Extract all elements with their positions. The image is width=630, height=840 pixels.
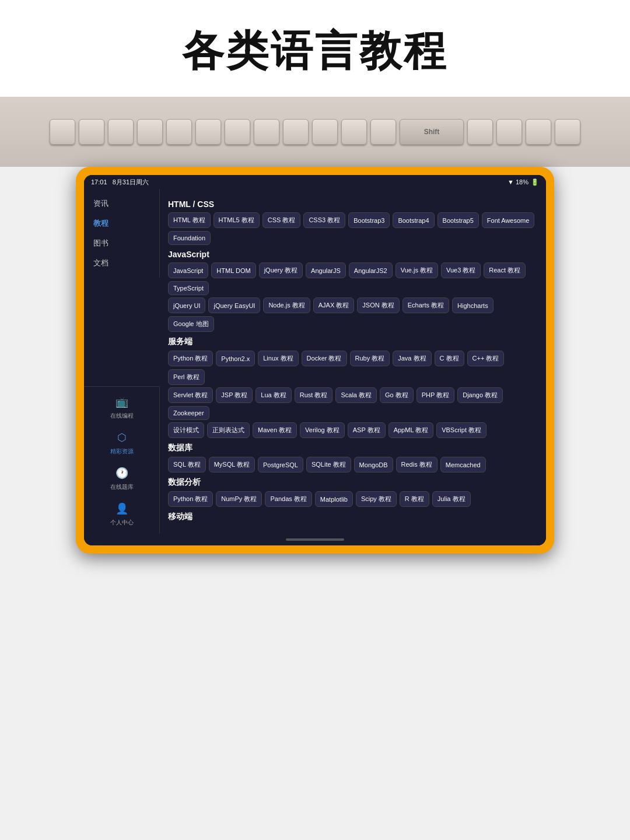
sidebar-top: 资讯 教程 图书 文档: [84, 189, 160, 278]
btn-julia[interactable]: Julia 教程: [432, 491, 471, 507]
btn-angularjs2[interactable]: AngularJS2: [349, 262, 393, 278]
key: [312, 119, 338, 145]
btn-numpy[interactable]: NumPy 教程: [216, 491, 262, 507]
btn-javascript[interactable]: JavaScript: [168, 262, 208, 278]
section-db-buttons: SQL 教程 MySQL 教程 PostgreSQL SQLite 教程 Mon…: [168, 457, 538, 473]
btn-css3[interactable]: CSS3 教程: [303, 212, 345, 228]
section-mobile-title: 移动端: [168, 512, 538, 522]
btn-perl[interactable]: Perl 教程: [168, 369, 205, 385]
sidebar-item-docs[interactable]: 文档: [84, 253, 159, 273]
btn-postgresql[interactable]: PostgreSQL: [258, 457, 303, 473]
key: [555, 119, 580, 145]
btn-jsp[interactable]: JSP 教程: [216, 387, 253, 403]
btn-bootstrap5[interactable]: Bootstrap5: [438, 212, 479, 228]
section-server-title: 服务端: [168, 337, 538, 347]
resources-label: 精彩资源: [110, 447, 134, 456]
sidebar-item-books[interactable]: 图书: [84, 233, 159, 253]
btn-python2[interactable]: Python2.x: [216, 351, 255, 366]
btn-css[interactable]: CSS 教程: [262, 212, 301, 228]
btn-pandas[interactable]: Pandas 教程: [265, 491, 312, 507]
btn-rust[interactable]: Rust 教程: [295, 387, 333, 403]
btn-php[interactable]: PHP 教程: [416, 387, 454, 403]
battery-icon: 🔋: [531, 178, 539, 186]
btn-angularjs[interactable]: AngularJS: [306, 262, 346, 278]
btn-ruby[interactable]: Ruby 教程: [350, 351, 390, 366]
btn-design-pattern[interactable]: 设计模式: [168, 422, 204, 438]
sidebar-online-coding[interactable]: 📺 在线编程: [110, 394, 134, 420]
sidebar-quiz[interactable]: 🕐 在线题库: [110, 465, 134, 491]
key: [166, 119, 192, 145]
btn-mysql[interactable]: MySQL 教程: [209, 457, 255, 473]
btn-jquery-ui[interactable]: jQuery UI: [168, 298, 205, 313]
section-html-css-buttons: HTML 教程 HTML5 教程 CSS 教程 CSS3 教程 Bootstra…: [168, 212, 538, 245]
btn-lua[interactable]: Lua 教程: [256, 387, 291, 403]
btn-jquery-easyui[interactable]: jQuery EasyUI: [208, 298, 260, 313]
profile-icon: 👤: [114, 501, 130, 517]
btn-cpp[interactable]: C++ 教程: [467, 351, 505, 366]
section-db-title: 数据库: [168, 443, 538, 453]
btn-highcharts[interactable]: Highcharts: [452, 298, 494, 313]
btn-echarts[interactable]: Echarts 教程: [402, 298, 449, 313]
btn-html[interactable]: HTML 教程: [168, 212, 211, 228]
btn-vuejs[interactable]: Vue.js 教程: [396, 262, 438, 278]
key: [370, 119, 396, 145]
shift-key: Shift: [400, 119, 464, 145]
btn-vue3[interactable]: Vue3 教程: [441, 262, 481, 278]
sidebar-resources[interactable]: ⬡ 精彩资源: [110, 429, 134, 456]
btn-vbscript[interactable]: VBScript 教程: [436, 422, 487, 438]
btn-scala[interactable]: Scala 教程: [335, 387, 377, 403]
btn-zookeeper[interactable]: Zookeeper: [168, 406, 209, 420]
btn-servlet[interactable]: Servlet 教程: [168, 387, 213, 403]
key: [341, 119, 367, 145]
sidebar-item-tutorial[interactable]: 教程: [84, 214, 159, 233]
tablet-wrapper: 17:01 8月31日周六 ▼ 18% 🔋 资讯 教程 图书 文档: [76, 167, 554, 554]
btn-typescript[interactable]: TypeScript: [168, 281, 209, 295]
resources-icon: ⬡: [114, 429, 130, 446]
btn-foundation[interactable]: Foundation: [168, 231, 211, 245]
btn-scipy[interactable]: Scipy 教程: [356, 491, 397, 507]
btn-sqlite[interactable]: SQLite 教程: [306, 457, 351, 473]
btn-bootstrap3[interactable]: Bootstrap3: [348, 212, 390, 228]
section-server-row2: Servlet 教程 JSP 教程 Lua 教程 Rust 教程 Scala 教…: [168, 387, 538, 420]
btn-matplotlib[interactable]: Matplotlib: [315, 491, 353, 507]
btn-django[interactable]: Django 教程: [457, 387, 503, 403]
keyboard-keys: Shift: [0, 113, 630, 150]
btn-regex[interactable]: 正则表达式: [207, 422, 250, 438]
btn-appml[interactable]: AppML 教程: [388, 422, 434, 438]
btn-bootstrap4[interactable]: Bootstrap4: [393, 212, 434, 228]
btn-font-awesome[interactable]: Font Awesome: [482, 212, 535, 228]
btn-c[interactable]: C 教程: [435, 351, 464, 366]
btn-google-maps[interactable]: Google 地图: [168, 316, 214, 332]
btn-linux[interactable]: Linux 教程: [258, 351, 298, 366]
btn-redis[interactable]: Redis 教程: [396, 457, 438, 473]
key: [526, 119, 551, 145]
btn-verilog[interactable]: Verilog 教程: [300, 422, 345, 438]
home-bar-line: [286, 538, 344, 541]
section-data-analysis-title: 数据分析: [168, 477, 538, 488]
btn-python[interactable]: Python 教程: [168, 351, 213, 366]
btn-html5[interactable]: HTML5 教程: [214, 212, 260, 228]
btn-go[interactable]: Go 教程: [380, 387, 414, 403]
btn-react[interactable]: React 教程: [484, 262, 526, 278]
btn-nodejs[interactable]: Node.js 教程: [263, 298, 310, 313]
sidebar-profile[interactable]: 👤 个人中心: [110, 501, 134, 527]
btn-memcached[interactable]: Memcached: [440, 457, 486, 473]
btn-sql[interactable]: SQL 教程: [168, 457, 206, 473]
btn-r[interactable]: R 教程: [400, 491, 429, 507]
btn-asp[interactable]: ASP 教程: [348, 422, 386, 438]
btn-html-dom[interactable]: HTML DOM: [211, 262, 256, 278]
btn-mongodb[interactable]: MongoDB: [354, 457, 393, 473]
sidebar-item-news[interactable]: 资讯: [84, 194, 159, 214]
btn-json[interactable]: JSON 教程: [357, 298, 399, 313]
btn-python-da[interactable]: Python 教程: [168, 491, 213, 507]
btn-maven[interactable]: Maven 教程: [253, 422, 297, 438]
key: [283, 119, 309, 145]
btn-docker[interactable]: Docker 教程: [302, 351, 347, 366]
btn-ajax[interactable]: AJAX 教程: [313, 298, 355, 313]
btn-java[interactable]: Java 教程: [393, 351, 431, 366]
key: [496, 119, 522, 145]
key: [137, 119, 163, 145]
btn-jquery[interactable]: jQuery 教程: [259, 262, 303, 278]
status-bar: 17:01 8月31日周六 ▼ 18% 🔋: [84, 175, 546, 189]
quiz-label: 在线题库: [110, 483, 134, 491]
